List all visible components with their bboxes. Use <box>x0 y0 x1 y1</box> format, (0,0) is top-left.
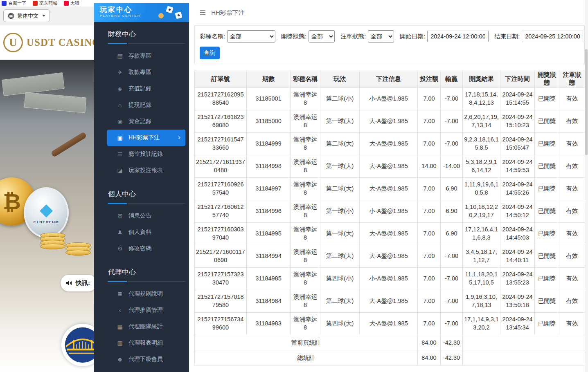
sidebar-item[interactable]: ≣ 代理規則說明 <box>107 286 185 302</box>
sidebar-nav: 財務中心 ▤ 存款專區 ✈ 取款專區 <box>94 22 189 372</box>
sidebar-item[interactable]: ≡ 會員投註明細 <box>107 368 185 372</box>
col-header-order-no: 訂單號 <box>195 70 247 88</box>
cell-draw-status: 已開獎 <box>535 200 559 223</box>
cell-order-status: 有效 <box>559 313 585 335</box>
cell-win-loss: -7.00 <box>441 268 463 290</box>
news-ticker-button[interactable]: 快訊: <box>61 275 97 291</box>
col-header-time: 下注時間 <box>500 70 535 88</box>
gold-coin-stack <box>65 244 91 255</box>
cell-amount: 7.00 <box>418 133 441 155</box>
cell-win-loss: -7.00 <box>441 110 463 133</box>
nav-item-label: 存款專區 <box>128 52 151 60</box>
draw-status-filter-select[interactable]: 全部 <box>309 30 335 43</box>
cell-amount: 7.00 <box>418 110 441 133</box>
cell-amount: 7.00 <box>418 268 441 290</box>
billiard-ball-icon <box>158 13 164 18</box>
sidebar-item[interactable]: ◪ 玩家投注報表 <box>107 162 185 179</box>
table-header-row: 訂單號 期數 彩種名稱 玩法 下注信息 投注額 輸贏 開獎結果 下注時間 開獎狀… <box>195 70 585 88</box>
col-header-result: 開獎結果 <box>463 70 500 88</box>
bookmark-item[interactable]: 百度一下 <box>2 0 26 6</box>
sidebar-item[interactable]: ▥ 代理報表明細 <box>107 335 185 351</box>
cell-play: 第二球(小) <box>320 88 360 110</box>
nav-item-icon: ▤ <box>115 53 124 59</box>
player-center-sidebar: 玩家中心 PLAYERS CENTER 財務中心 ▤ 存款專區 <box>94 3 189 372</box>
cell-draw-status: 已開獎 <box>535 178 559 200</box>
sidebar-item[interactable]: ◉ 資金記錄 <box>107 113 185 130</box>
cell-win-loss: -7.00 <box>441 88 463 110</box>
sidebar-item[interactable]: ▤ 存款專區 <box>107 48 185 64</box>
cell-period: 31184994 <box>247 245 291 268</box>
sidebar-item[interactable]: ☻ 代理下級會員 <box>107 351 185 368</box>
chevron-right-icon: › <box>178 133 180 141</box>
language-selector[interactable]: 繁体中文 <box>3 9 50 22</box>
sidebar-item[interactable]: ‹ 代理推廣管理 <box>107 302 185 318</box>
sidebar-item[interactable]: ⌂ 提現記錄 <box>107 97 185 113</box>
search-button[interactable]: 查詢 <box>200 47 220 59</box>
sidebar-item[interactable]: ♟ 個人資料 <box>107 224 185 240</box>
cell-order-no: 2152172716119370480 <box>195 155 247 178</box>
browser-bookmarks-bar: 百度一下 京东商城 天猫 <box>0 0 95 7</box>
nav-item-icon: ≣ <box>115 291 124 297</box>
cell-play: 第一球(小) <box>320 200 360 223</box>
start-date-input[interactable] <box>427 31 489 42</box>
dice-decoration-icon <box>175 11 182 19</box>
lottery-filter-label: 彩種名稱: <box>200 33 225 40</box>
cell-bet-info: 大-A盤@1.985 <box>360 223 418 245</box>
cell-play: 第二球(大) <box>320 290 360 313</box>
cell-order-status: 有效 <box>559 290 585 313</box>
page-total-row: 當前頁統計 84.00 -42.30 <box>195 335 585 350</box>
cell-play: 第一球(大) <box>320 223 360 245</box>
table-row: 2152172716119370480 31184998 澳洲幸运8 第一球(大… <box>195 155 585 178</box>
sidebar-item[interactable]: ▦ 代理團隊統計 <box>107 318 185 335</box>
cell-time: 2024-09-24 13:55:23 <box>500 268 535 290</box>
sidebar-header: 玩家中心 PLAYERS CENTER <box>94 3 189 22</box>
ethereum-diamond-icon: ◆ <box>40 201 53 218</box>
bookmark-item[interactable]: 京东商城 <box>33 0 57 6</box>
bookmark-item[interactable]: 天猫 <box>64 0 79 6</box>
table-row: 2152172716061257740 31184996 澳洲幸运8 第一球(小… <box>195 200 585 223</box>
bitcoin-symbol: ₿ <box>3 189 21 214</box>
grand-total-amount: 84.00 <box>418 350 441 365</box>
sidebar-item[interactable]: ◈ 充值記錄 <box>107 81 185 97</box>
cell-period: 31185001 <box>247 88 291 110</box>
grand-total-win-loss: -42.30 <box>441 350 463 365</box>
cell-draw-status: 已開獎 <box>535 155 559 178</box>
sidebar-item[interactable]: ⚙ 修改密碼 <box>107 240 185 257</box>
nav-item-icon: ◉ <box>115 118 124 125</box>
grand-total-row: 總統計 84.00 -42.30 <box>195 350 585 365</box>
bookmark-favicon <box>64 1 69 6</box>
sidebar-item[interactable]: ✉ 消息公告 <box>107 208 185 224</box>
cell-result: 17,18,15,14,8,4,12,13 <box>463 88 500 110</box>
sidebar-item[interactable]: ☰ 廳室投註記錄 <box>107 146 185 162</box>
nav-item-icon: ▣ <box>115 134 124 141</box>
cell-draw-status: 已開獎 <box>535 88 559 110</box>
table-row: 2152172716030397040 31184995 澳洲幸运8 第一球(大… <box>195 223 585 245</box>
cell-amount: 7.00 <box>418 178 441 200</box>
cell-order-status: 有效 <box>559 223 585 245</box>
table-row: 2152172716154733660 31184999 澳洲幸运8 第二球(大… <box>195 133 585 155</box>
lottery-filter-select[interactable]: 全部 <box>227 30 275 43</box>
page-total-label: 當前頁統計 <box>195 335 418 350</box>
cell-lottery: 澳洲幸运8 <box>291 133 320 155</box>
section-header-agent: 代理中心 <box>107 264 185 282</box>
page-total-win-loss: -42.30 <box>441 335 463 350</box>
scrollbar-thumb[interactable] <box>585 49 588 155</box>
bookmark-favicon <box>33 1 38 6</box>
sidebar-item[interactable]: ▣ HH彩票下注 › <box>107 130 185 146</box>
menu-icon[interactable]: ☰ <box>199 8 206 17</box>
cell-play: 第四球(小) <box>320 268 360 290</box>
nav-item-label: 代理團隊統計 <box>128 323 163 330</box>
cell-time: 2024-09-24 13:45:34 <box>500 313 535 335</box>
nav-item-label: 充值記錄 <box>128 85 151 92</box>
end-date-input[interactable] <box>522 31 583 42</box>
ticker-label: 快訊: <box>76 279 90 287</box>
order-status-filter-select[interactable]: 全部 <box>368 30 394 43</box>
sidebar-item[interactable]: ✈ 取款專區 <box>107 64 185 81</box>
cell-result: 1,9,16,3,10,7,18,13 <box>463 290 500 313</box>
cell-draw-status: 已開獎 <box>535 245 559 268</box>
nav-item-icon: ⚙ <box>115 245 124 252</box>
cell-order-status: 有效 <box>559 155 585 178</box>
nav-item-icon: ✉ <box>115 213 124 219</box>
cell-draw-status: 已開獎 <box>535 268 559 290</box>
section-header-finance: 財務中心 <box>107 26 185 44</box>
